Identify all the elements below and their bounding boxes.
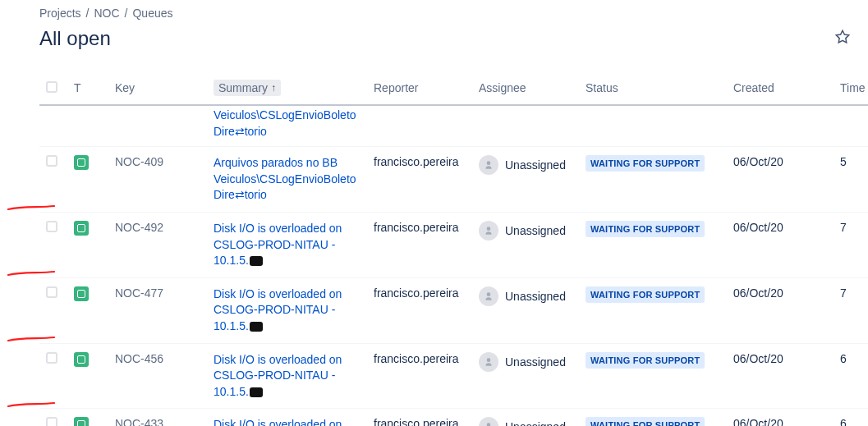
created-date: 06/Oct/20 — [733, 221, 783, 234]
breadcrumb-queues[interactable]: Queues — [132, 7, 172, 20]
avatar-icon — [479, 221, 498, 240]
created-date: 06/Oct/20 — [733, 286, 783, 300]
issue-key[interactable]: NOC-433 — [115, 417, 163, 426]
col-assignee[interactable]: Assignee — [472, 73, 579, 105]
assignee-name[interactable]: Unassigned — [505, 290, 566, 303]
row-checkbox[interactable] — [46, 417, 57, 426]
issue-summary-link[interactable]: Disk I/O is overloaded on CSLOG-PROD-NIT… — [214, 287, 342, 332]
time-value: 5 — [840, 155, 847, 168]
redacted-text — [250, 322, 263, 332]
time-value: 7 — [840, 221, 847, 234]
issue-key[interactable]: NOC-456 — [115, 352, 163, 365]
table-row-partial: Veiculos\CSLogEnvioBoletoDire⇄torio — [39, 105, 868, 147]
col-summary[interactable]: Summary↑ — [207, 73, 367, 105]
created-date: 06/Oct/20 — [733, 155, 783, 168]
redacted-text — [250, 387, 263, 397]
star-icon — [834, 28, 852, 46]
issues-table: T Key Summary↑ Reporter Assignee Status … — [39, 73, 868, 426]
row-checkbox[interactable] — [46, 286, 57, 298]
table-row: NOC-433Disk I/O is overloaded on CSLOG-P… — [39, 409, 868, 426]
reporter-name[interactable]: francisco.pereira — [374, 286, 459, 300]
sort-asc-icon: ↑ — [271, 82, 276, 94]
page-title: All open — [39, 27, 111, 50]
avatar-icon — [479, 286, 498, 306]
reporter-name[interactable]: francisco.pereira — [374, 221, 459, 234]
status-badge: WAITING FOR SUPPORT — [586, 286, 705, 303]
status-badge: WAITING FOR SUPPORT — [586, 155, 705, 172]
reporter-name[interactable]: francisco.pereira — [374, 417, 459, 426]
created-date: 06/Oct/20 — [733, 352, 783, 365]
table-row: NOC-477Disk I/O is overloaded on CSLOG-P… — [39, 277, 868, 343]
avatar-icon — [479, 352, 498, 372]
assignee-name[interactable]: Unassigned — [505, 420, 566, 426]
col-type[interactable]: T — [67, 73, 108, 105]
col-key[interactable]: Key — [108, 73, 207, 105]
issue-type-icon — [74, 286, 89, 301]
assignee-name[interactable]: Unassigned — [505, 224, 566, 237]
reporter-name[interactable]: francisco.pereira — [374, 155, 459, 168]
status-badge: WAITING FOR SUPPORT — [586, 221, 705, 237]
avatar-icon — [479, 155, 498, 175]
star-button[interactable] — [830, 25, 855, 52]
issue-summary-link[interactable]: Disk I/O is overloaded on CSLOG-PROD-NIT… — [214, 418, 342, 426]
breadcrumb-projects[interactable]: Projects — [39, 7, 81, 20]
annotation-mark — [7, 332, 56, 349]
issue-type-icon — [74, 155, 89, 170]
reporter-name[interactable]: francisco.pereira — [374, 352, 459, 365]
breadcrumb: Projects / NOC / Queues — [39, 7, 868, 20]
select-all-checkbox[interactable] — [46, 81, 57, 93]
annotation-mark — [7, 267, 56, 283]
avatar-icon — [479, 417, 498, 426]
col-status[interactable]: Status — [579, 73, 727, 105]
issue-summary-link[interactable]: Arquivos parados no BB Veiculos\CSLogEnv… — [214, 156, 356, 201]
col-reporter[interactable]: Reporter — [367, 73, 472, 105]
table-row: NOC-409Arquivos parados no BB Veiculos\C… — [39, 147, 868, 213]
issue-key[interactable]: NOC-477 — [115, 286, 163, 300]
row-checkbox[interactable] — [46, 155, 57, 167]
annotation-mark — [7, 398, 56, 415]
row-checkbox[interactable] — [46, 221, 57, 232]
issue-type-icon — [74, 221, 89, 236]
assignee-name[interactable]: Unassigned — [505, 158, 566, 172]
assignee-name[interactable]: Unassigned — [505, 355, 566, 369]
annotation-mark — [7, 201, 56, 218]
time-value: 6 — [840, 417, 847, 426]
time-value: 6 — [840, 352, 847, 365]
issue-type-icon — [74, 417, 89, 426]
status-badge: WAITING FOR SUPPORT — [586, 352, 705, 369]
redacted-text — [250, 256, 263, 266]
issue-key[interactable]: NOC-492 — [115, 221, 163, 234]
time-value: 7 — [840, 286, 847, 300]
col-created[interactable]: Created — [727, 73, 834, 105]
issue-key[interactable]: NOC-409 — [115, 155, 163, 168]
issue-summary-link[interactable]: Disk I/O is overloaded on CSLOG-PROD-NIT… — [214, 353, 342, 398]
issue-summary-link[interactable]: Disk I/O is overloaded on CSLOG-PROD-NIT… — [214, 222, 342, 267]
issue-type-icon — [74, 352, 89, 367]
col-time[interactable]: Time — [834, 73, 868, 105]
issue-summary-link[interactable]: Veiculos\CSLogEnvioBoletoDire⇄torio — [214, 108, 356, 138]
status-badge: WAITING FOR SUPPORT — [586, 417, 705, 426]
row-checkbox[interactable] — [46, 352, 57, 364]
table-row: NOC-456Disk I/O is overloaded on CSLOG-P… — [39, 343, 868, 409]
breadcrumb-noc[interactable]: NOC — [94, 7, 119, 20]
created-date: 06/Oct/20 — [733, 417, 783, 426]
table-row: NOC-492Disk I/O is overloaded on CSLOG-P… — [39, 212, 868, 277]
